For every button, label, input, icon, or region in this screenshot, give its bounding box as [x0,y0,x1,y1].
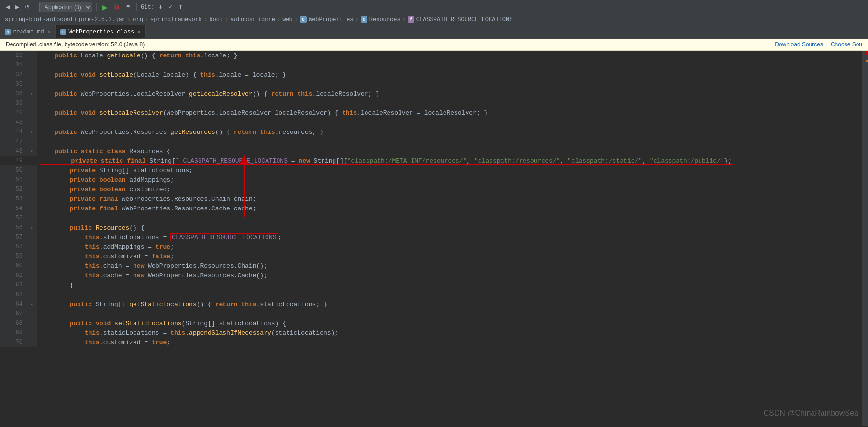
tab-readme-close[interactable]: × [47,29,51,35]
breadcrumb-springframework[interactable]: springframework [150,16,202,23]
table-row: 32 public void setLocale(Locale locale) … [0,70,862,79]
code-line: public Resources() { [37,223,862,232]
table-row: 47 [0,137,862,146]
download-sources-button[interactable]: Download Sources [775,41,823,48]
git-commit[interactable]: ✓ [167,3,175,11]
breadcrumb-field: CLASSPATH_RESOURCE_LOCATIONS [416,16,513,23]
breadcrumb-boot[interactable]: boot [209,16,223,23]
fold-icon[interactable]: ▸ [30,91,33,97]
git-update[interactable]: ⬇ [156,3,165,11]
app-selector[interactable]: Application (3) [39,2,92,12]
line-number: 51 [0,175,26,185]
breadcrumb-sep7: › [356,16,359,23]
table-row: 43 [0,118,862,127]
tab-webprops-close[interactable]: × [137,29,141,35]
table-row: 48 ▾ public static class Resources { [0,146,862,156]
tab-webprops[interactable]: C WebProperties.class × [56,25,145,38]
toolbar-back[interactable]: ◀ [4,3,11,11]
code-line: public static class Resources { [37,146,862,156]
notice-text: Decompiled .class file, bytecode version… [6,41,145,48]
line-number: 32 [0,70,26,79]
breadcrumb-resources[interactable]: Resources [369,16,401,23]
code-line: this.customized = false; [37,252,862,261]
git-push[interactable]: ⬆ [177,3,185,11]
line-gutter [26,309,37,318]
breadcrumb-sep1: › [127,16,131,23]
warning-indicator [866,60,868,62]
line-number: 50 [0,165,26,175]
breadcrumb-web[interactable]: web [282,16,293,23]
toolbar-refresh[interactable]: ↺ [23,3,31,11]
code-line [37,213,862,223]
line-gutter [26,108,37,118]
field-icon: f [408,16,414,23]
line-number: 59 [0,252,26,261]
code-line [37,309,862,318]
code-line: this.cache = new WebProperties.Resources… [37,271,862,280]
table-row: 54 private final WebProperties.Resources… [0,204,862,213]
breadcrumb: spring-boot-autoconfigure-2.5.3.jar › or… [0,14,868,25]
fold-icon[interactable]: ▾ [30,149,33,154]
code-line: this.staticLocations = this.appendSlashI… [37,328,862,338]
toolbar-sep2 [96,3,97,11]
editor-container: 28 public Locale getLocale() { return th… [0,51,868,426]
line-gutter [26,194,37,204]
code-table: 28 public Locale getLocale() { return th… [0,51,862,347]
code-line: private static final String[] CLASSPATH_… [37,156,862,165]
code-line: this.chain = new WebProperties.Resources… [37,261,862,271]
line-gutter [26,290,37,299]
line-number: 60 [0,261,26,271]
choose-sources-button[interactable]: Choose Sou [831,41,862,48]
fold-icon[interactable]: ▸ [30,130,33,135]
tab-readme-label: readme.md [13,29,44,35]
breadcrumb-jar[interactable]: spring-boot-autoconfigure-2.5.3.jar [5,16,125,23]
line-gutter [26,318,37,328]
run-button[interactable]: ▶ [100,2,110,12]
code-line [37,79,862,89]
tab-readme[interactable]: M readme.md × [0,25,56,38]
table-row: 64 ▸ public String[] getStaticLocations(… [0,299,862,309]
webprops-icon: C [60,29,66,35]
line-number: 35 [0,79,26,89]
code-line [37,99,862,108]
fold-icon[interactable]: ▸ [30,302,33,307]
line-gutter [26,213,37,223]
coverage-button[interactable]: ☂ [124,3,133,11]
class-icon-webprops: C [300,16,307,23]
line-number: 36 [0,89,26,99]
line-number: 43 [0,118,26,127]
code-line: public void setLocaleResolver(WebPropert… [37,108,862,118]
code-line: private boolean customized; [37,185,862,194]
code-line: private boolean addMappings; [37,175,862,185]
line-gutter [26,280,37,290]
fold-icon[interactable]: ▾ [30,225,33,230]
breadcrumb-webprops[interactable]: WebProperties [309,16,354,23]
code-line [37,290,862,299]
code-line: this.customized = true; [37,338,862,347]
line-gutter [26,175,37,185]
scrollbar-track[interactable] [862,51,868,426]
breadcrumb-sep3: › [204,16,207,23]
table-row: 69 this.staticLocations = this.appendSla… [0,328,862,338]
code-line: private final WebProperties.Resources.Ca… [37,204,862,213]
table-row: 67 [0,309,862,318]
line-gutter [26,271,37,280]
editor-content[interactable]: 28 public Locale getLocale() { return th… [0,51,862,426]
line-number: 62 [0,280,26,290]
toolbar: ◀ ▶ ↺ Application (3) ▶ 🐞 ☂ Git: ⬇ ✓ ⬆ [0,0,868,14]
table-row: 36 ▸ public WebProperties.LocaleResolver… [0,89,862,99]
code-line: private final WebProperties.Resources.Ch… [37,194,862,204]
debug-button[interactable]: 🐞 [111,3,122,11]
line-number: 49 [0,156,26,165]
line-gutter [26,242,37,252]
code-line: } [37,280,862,290]
table-row: 61 this.cache = new WebProperties.Resour… [0,271,862,280]
toolbar-forward[interactable]: ▶ [13,3,21,11]
line-number: 52 [0,185,26,194]
line-gutter: ▸ [26,127,37,137]
breadcrumb-org[interactable]: org [133,16,143,23]
table-row: 55 [0,213,862,223]
breadcrumb-autoconfigure[interactable]: autoconfigure [230,16,275,23]
line-gutter [26,60,37,70]
line-gutter [26,232,37,242]
